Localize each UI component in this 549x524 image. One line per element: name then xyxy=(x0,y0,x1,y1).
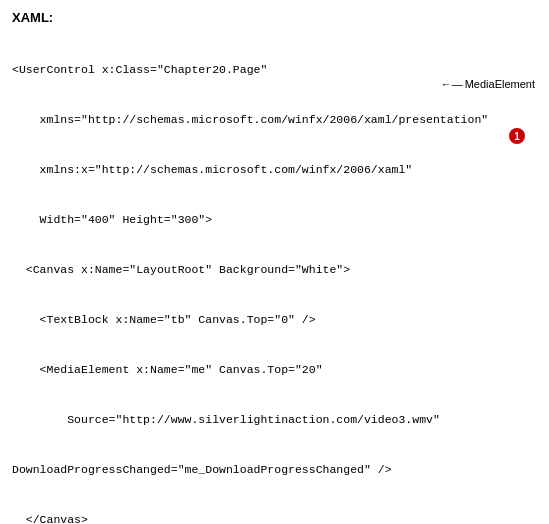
xaml-line-6: <TextBlock x:Name="tb" Canvas.Top="0" /> xyxy=(12,312,537,329)
xaml-label: XAML: xyxy=(12,10,537,25)
xaml-section: XAML: <UserControl x:Class="Chapter20.Pa… xyxy=(12,10,537,524)
media-element-label: MediaElement xyxy=(465,78,535,90)
xaml-line-4: Width="400" Height="300"> xyxy=(12,212,537,229)
xaml-line-5: <Canvas x:Name="LayoutRoot" Background="… xyxy=(12,262,537,279)
xaml-line-8: Source="http://www.silverlightinaction.c… xyxy=(12,412,537,429)
page-container: XAML: <UserControl x:Class="Chapter20.Pa… xyxy=(0,0,549,524)
xaml-line-7: <MediaElement x:Name="me" Canvas.Top="20… xyxy=(12,362,537,379)
xaml-line-2: xmlns="http://schemas.microsoft.com/winf… xyxy=(12,112,537,129)
badge-1: 1 xyxy=(509,128,525,144)
arrow-icon: ←— xyxy=(441,78,463,90)
xaml-code-block: <UserControl x:Class="Chapter20.Page" xm… xyxy=(12,29,537,524)
badge-1-circle: 1 xyxy=(509,128,525,144)
xaml-line-10: </Canvas> xyxy=(12,512,537,524)
xaml-line-9: DownloadProgressChanged="me_DownloadProg… xyxy=(12,462,537,479)
xaml-line-1: <UserControl x:Class="Chapter20.Page" xyxy=(12,62,537,79)
xaml-line-3: xmlns:x="http://schemas.microsoft.com/wi… xyxy=(12,162,537,179)
media-element-annotation: ←— MediaElement xyxy=(441,78,535,90)
